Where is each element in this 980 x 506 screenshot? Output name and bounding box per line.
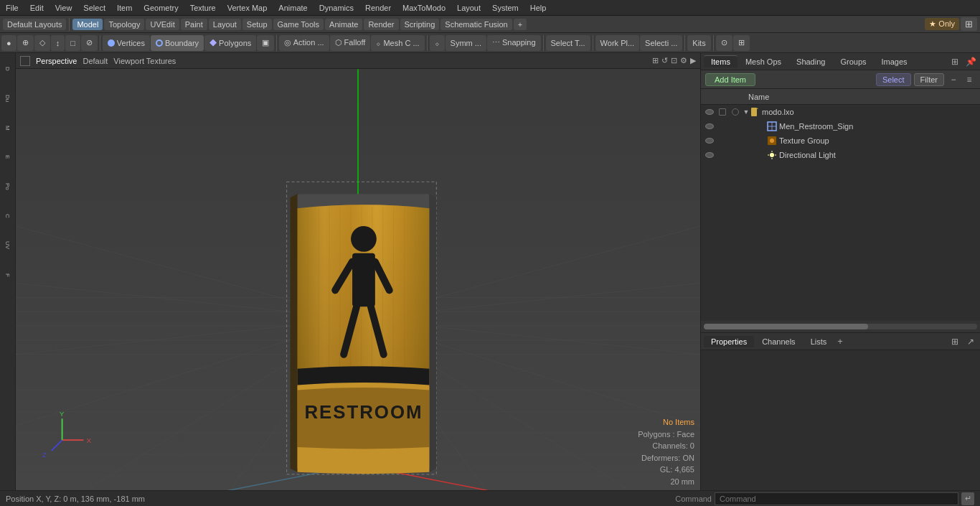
snapping-btn[interactable]: ⋯ Snapping — [487, 35, 541, 51]
box-btn[interactable]: □ — [65, 35, 80, 51]
add-item-button[interactable]: Add Item — [705, 73, 755, 86]
polygons-btn[interactable]: Polygons — [204, 35, 256, 51]
menu-select[interactable]: Select — [77, 2, 111, 14]
viewport-canvas[interactable]: RESTROOM X Y Z No Items Polygons : Face … — [16, 69, 700, 490]
viewport-menu-btn[interactable] — [20, 56, 30, 66]
work-plane-btn[interactable]: Work Pl... — [595, 35, 639, 51]
expand-icon[interactable]: ⊞ — [948, 55, 961, 68]
vertices-btn[interactable]: Vertices Vertices — [103, 35, 150, 51]
menu-edit[interactable]: Edit — [24, 2, 50, 14]
sidebar-btn-uv[interactable]: UV — [1, 231, 14, 260]
vis-modo-lxo[interactable] — [704, 106, 715, 118]
star-only-btn[interactable]: ★ Only — [925, 18, 959, 30]
menu-render[interactable]: Render — [359, 2, 397, 14]
items-scrollbar-area[interactable] — [701, 321, 980, 332]
origin-toggle[interactable]: ⊕ — [17, 35, 34, 51]
tab-uvedit[interactable]: UVEdit — [146, 19, 179, 30]
command-input[interactable] — [715, 492, 958, 505]
item-men-restroom[interactable]: Men_Restroom_Sign — [701, 119, 980, 133]
camera-btn[interactable]: ⊙ — [716, 35, 732, 51]
vis-directional-light[interactable] — [704, 149, 715, 161]
menu-help[interactable]: Help — [524, 2, 552, 14]
selection-btn[interactable]: Selecti ... — [640, 35, 682, 51]
render-modo-lxo[interactable] — [730, 106, 741, 118]
more-btn[interactable]: ≡ — [963, 73, 976, 86]
menu-texture[interactable]: Texture — [184, 2, 222, 14]
vp-btn-1[interactable]: ⊞ — [652, 56, 659, 65]
symmetry-btn[interactable]: Symm ... — [446, 35, 486, 51]
sidebar-btn-f[interactable]: F — [1, 261, 14, 289]
tab-scripting[interactable]: Scripting — [400, 19, 440, 30]
pin-icon[interactable]: 📌 — [964, 55, 977, 68]
tab-render[interactable]: Render — [364, 19, 398, 30]
tab-topology[interactable]: Topology — [104, 19, 144, 30]
sidebar-btn-m[interactable]: M — [1, 113, 14, 142]
tab-schematic[interactable]: Schematic Fusion — [440, 19, 512, 30]
item-mode[interactable]: ◇ — [34, 35, 50, 51]
sidebar-btn-du[interactable]: Du — [1, 84, 14, 113]
falloff-btn[interactable]: ⬡ Falloff — [330, 35, 371, 51]
select-button[interactable]: Select — [876, 73, 911, 86]
menu-system[interactable]: System — [486, 2, 524, 14]
tab-model[interactable]: Model — [72, 19, 103, 30]
tab-animate[interactable]: Animate — [325, 19, 362, 30]
menu-item[interactable]: Item — [111, 2, 138, 14]
tab-groups[interactable]: Groups — [833, 56, 873, 67]
filter-button[interactable]: Filter — [914, 73, 944, 86]
menu-dynamics[interactable]: Dynamics — [314, 2, 359, 14]
textures-label[interactable]: Viewport Textures — [113, 57, 176, 65]
lock-modo-lxo[interactable] — [717, 106, 728, 118]
symmetry-icon-btn[interactable]: ⬦ — [430, 35, 445, 51]
sidebar-btn-po[interactable]: Po — [1, 172, 14, 201]
tab-layout[interactable]: Layout — [209, 19, 241, 30]
props-pin-icon[interactable]: ↗ — [964, 335, 977, 348]
transform-btn[interactable]: ↕ — [51, 35, 65, 51]
vis-texture-group[interactable] — [704, 135, 715, 146]
layouts-dropdown[interactable]: Default Layouts — [3, 19, 66, 30]
ptab-properties[interactable]: Properties — [704, 336, 754, 347]
layout-btn[interactable]: ⊞ — [733, 35, 750, 51]
item-directional-light[interactable]: Directional Light — [701, 148, 980, 162]
menu-vertex-map[interactable]: Vertex Map — [222, 2, 273, 14]
item-modo-lxo[interactable]: ▼ modo.lxo — [701, 105, 980, 119]
boundary-btn[interactable]: Boundary — [151, 35, 204, 51]
menu-view[interactable]: View — [50, 2, 78, 14]
tab-shading[interactable]: Shading — [789, 56, 832, 67]
items-scrollbar-thumb[interactable] — [704, 324, 868, 329]
perspective-label[interactable]: Perspective — [36, 57, 77, 65]
menu-layout[interactable]: Layout — [451, 2, 486, 14]
maximize-btn[interactable]: ⊞ — [961, 17, 977, 31]
tab-items[interactable]: Items — [704, 55, 738, 67]
vp-btn-3[interactable]: ⊡ — [671, 56, 677, 65]
sidebar-btn-e[interactable]: E — [1, 143, 14, 172]
snap-toggle[interactable]: ● — [1, 35, 17, 51]
menu-maxtomodo[interactable]: MaxToModo — [397, 2, 451, 14]
item-texture-group[interactable]: Texture Group — [701, 133, 980, 148]
default-label[interactable]: Default — [83, 57, 108, 65]
vp-btn-2[interactable]: ↺ — [661, 56, 668, 65]
items-scrollbar[interactable] — [704, 324, 977, 329]
arrow-modo-lxo[interactable]: ▼ — [743, 108, 750, 116]
select-tool-btn[interactable]: Select T... — [546, 35, 590, 51]
sidebar-btn-d[interactable]: D — [1, 55, 14, 83]
menu-file[interactable]: File — [0, 2, 24, 14]
ptab-lists[interactable]: Lists — [804, 336, 834, 347]
menu-geometry[interactable]: Geometry — [138, 2, 184, 14]
material-btn[interactable]: ▣ — [257, 35, 274, 51]
vp-btn-5[interactable]: ▶ — [690, 56, 696, 65]
menu-animate[interactable]: Animate — [273, 2, 313, 14]
minus-btn[interactable]: − — [947, 73, 960, 86]
mesh-component-btn[interactable]: ⬦ Mesh C ... — [371, 35, 424, 51]
command-submit[interactable]: ↵ — [961, 492, 974, 505]
tab-images[interactable]: Images — [875, 56, 915, 67]
kits-btn[interactable]: Kits — [687, 35, 710, 51]
tab-setup[interactable]: Setup — [242, 19, 272, 30]
tab-gametools[interactable]: Game Tools — [273, 19, 324, 30]
properties-plus[interactable]: + — [837, 336, 843, 347]
vis-men-restroom[interactable] — [704, 121, 715, 132]
viewport[interactable]: Perspective Default Viewport Textures ⊞ … — [16, 53, 700, 490]
edge-btn[interactable]: ⊘ — [81, 35, 98, 51]
vp-btn-4[interactable]: ⚙ — [680, 56, 687, 65]
sidebar-btn-c[interactable]: C — [1, 202, 14, 230]
tab-paint[interactable]: Paint — [181, 19, 207, 30]
